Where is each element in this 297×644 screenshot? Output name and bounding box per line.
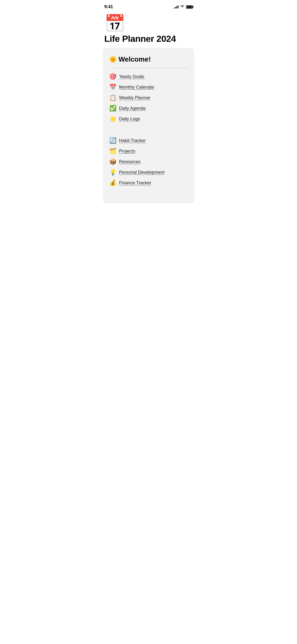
weekly-planner-icon: 📋 bbox=[109, 94, 116, 101]
app-icon: 📅 bbox=[104, 15, 193, 32]
status-bar: 9:41 bbox=[99, 0, 198, 12]
menu-item-yearly-goals[interactable]: 🎯 Yearly Goals bbox=[109, 73, 188, 80]
weekly-planner-label: Weekly Planner bbox=[119, 95, 150, 100]
resources-icon: 📦 bbox=[109, 158, 116, 165]
monthly-calendar-icon: 📅 bbox=[109, 84, 116, 91]
menu-item-resources[interactable]: 📦 Resources bbox=[109, 158, 188, 165]
welcome-heading: 🌞 Welcome! bbox=[109, 55, 188, 63]
welcome-emoji: 🌞 bbox=[109, 56, 117, 63]
divider bbox=[109, 68, 188, 68]
projects-label: Projects bbox=[119, 149, 135, 154]
status-time: 9:41 bbox=[104, 4, 113, 10]
welcome-section: 🌞 Welcome! bbox=[109, 55, 188, 68]
finance-tracker-label: Finance Tracker bbox=[119, 180, 151, 186]
yearly-goals-label: Yearly Goals bbox=[119, 74, 144, 79]
menu-item-daily-agenda[interactable]: ✅ Daily Agenda bbox=[109, 105, 188, 112]
daily-agenda-icon: ✅ bbox=[109, 105, 116, 112]
menu-group-2: 🔄 Habit Tracker 🗂️ Projects 📦 Resources … bbox=[109, 137, 188, 186]
app-title: Life Planner 2024 bbox=[104, 34, 193, 44]
menu-item-habit-tracker[interactable]: 🔄 Habit Tracker bbox=[109, 137, 188, 144]
wifi-icon bbox=[180, 5, 185, 9]
menu-item-monthly-calendar[interactable]: 📅 Monthly Calendar bbox=[109, 84, 188, 91]
signal-icon bbox=[174, 5, 178, 8]
app-header: 📅 Life Planner 2024 bbox=[99, 12, 198, 48]
daily-agenda-label: Daily Agenda bbox=[119, 106, 145, 111]
menu-item-finance-tracker[interactable]: 💰 Finance Tracker bbox=[109, 180, 188, 186]
monthly-calendar-label: Monthly Calendar bbox=[119, 85, 154, 90]
menu-item-weekly-planner[interactable]: 📋 Weekly Planner bbox=[109, 94, 188, 101]
menu-item-daily-logs[interactable]: 🌟 Daily Logs bbox=[109, 116, 188, 122]
projects-icon: 🗂️ bbox=[109, 148, 116, 155]
section-gap bbox=[109, 131, 188, 137]
menu-item-personal-development[interactable]: 💡 Personal Development bbox=[109, 169, 188, 176]
yearly-goals-icon: 🎯 bbox=[109, 73, 116, 80]
daily-logs-icon: 🌟 bbox=[109, 116, 116, 122]
welcome-label: Welcome! bbox=[119, 55, 151, 63]
personal-development-icon: 💡 bbox=[109, 169, 116, 176]
finance-tracker-icon: 💰 bbox=[109, 180, 116, 186]
personal-development-label: Personal Development bbox=[119, 170, 164, 175]
menu-item-projects[interactable]: 🗂️ Projects bbox=[109, 148, 188, 155]
content-card: 🌞 Welcome! 🎯 Yearly Goals 📅 Monthly Cale… bbox=[103, 48, 194, 203]
status-icons bbox=[174, 5, 193, 9]
battery-icon bbox=[186, 5, 193, 9]
daily-logs-label: Daily Logs bbox=[119, 116, 140, 122]
habit-tracker-icon: 🔄 bbox=[109, 137, 116, 144]
habit-tracker-label: Habit Tracker bbox=[119, 138, 146, 143]
resources-label: Resources bbox=[119, 159, 140, 164]
menu-group-1: 🎯 Yearly Goals 📅 Monthly Calendar 📋 Week… bbox=[109, 73, 188, 122]
